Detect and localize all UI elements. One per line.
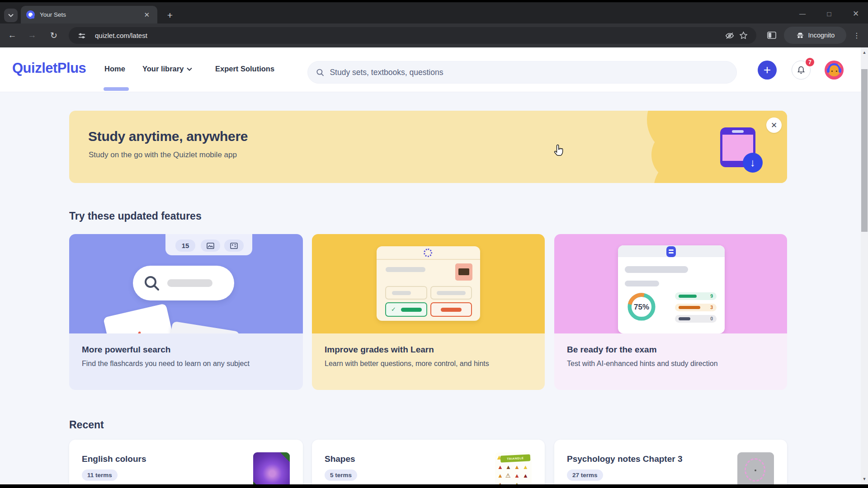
feature-description: Find the flashcards you need to learn on… (82, 360, 290, 368)
score-donut-chart: 75% (626, 291, 657, 322)
recent-set-card[interactable]: Shapes 5 terms ▲ TRIANGLE ▲ ▲ ▲ ▲ ▲ ⚠ ▲ … (312, 440, 545, 485)
feature-title: Improve grades with Learn (325, 345, 532, 355)
feature-card-search[interactable]: 15 More powerful sear (69, 234, 303, 390)
set-thumbnail (737, 452, 774, 485)
feature-description: Test with AI-enhanced hints and study di… (567, 360, 774, 368)
document-icon (666, 246, 676, 257)
incognito-label: Incognito (808, 32, 835, 39)
nav-home-label: Home (104, 65, 125, 73)
create-button[interactable]: + (758, 61, 777, 80)
quizlet-logo[interactable]: QuizletPlus (12, 60, 86, 76)
tab-search-button[interactable] (4, 9, 18, 22)
triangle-glyph: ▲ (523, 464, 528, 470)
search-icon (143, 274, 161, 292)
bell-icon (796, 65, 806, 75)
banner-subtitle: Study on the go with the Quizlet mobile … (89, 150, 237, 160)
chart-banner: TRIANGLE (500, 454, 531, 462)
phone-download-illustration: ↓ (720, 127, 755, 167)
bookmark-star-icon[interactable] (736, 29, 750, 42)
incognito-icon (796, 31, 805, 40)
tab-strip: Your Sets ✕ + — □ ✕ (0, 0, 868, 23)
download-arrow-icon: ↓ (743, 153, 763, 173)
test-report-illustration: 75% 9 3 0 (554, 234, 787, 333)
page-scrollbar[interactable]: ▲ ▼ (861, 47, 868, 485)
flashcard-filter-chip (224, 239, 244, 252)
set-thumbnail (253, 452, 290, 485)
nav-your-library[interactable]: Your library (142, 65, 192, 73)
feature-card-text: Be ready for the exam Test with AI-enhan… (554, 333, 787, 390)
search-input[interactable] (329, 67, 728, 78)
chevron-down-icon (187, 67, 192, 71)
forward-button[interactable]: → (24, 28, 40, 43)
stat-bar (679, 317, 690, 320)
wrong-answer-button (430, 302, 472, 317)
feature-card-learn[interactable]: ✓ Improve grades with Learn Learn with b… (312, 234, 545, 390)
minimize-button[interactable]: — (796, 8, 809, 19)
feature-card-text: More powerful search Find the flashcards… (69, 333, 303, 390)
new-tab-button[interactable]: + (164, 9, 176, 22)
maximize-button[interactable]: □ (822, 8, 836, 19)
scrollbar-thumb[interactable] (861, 69, 868, 232)
nav-expert-solutions[interactable]: Expert Solutions (215, 65, 274, 73)
side-panel-button[interactable] (764, 28, 779, 43)
camera-image-thumb (455, 263, 472, 281)
mobile-app-banner: Study anytime, anywhere Study on the go … (69, 111, 787, 183)
scroll-up-icon[interactable]: ▲ (861, 50, 868, 55)
close-window-button[interactable]: ✕ (849, 8, 863, 19)
address-bar[interactable]: quizlet.com/latest (69, 27, 756, 44)
placeholder-bar (167, 279, 212, 287)
triangle-glyph: ▲ (523, 473, 528, 479)
progress-ring-icon (424, 249, 432, 257)
menu-dots-button[interactable]: ⋮ (849, 28, 864, 43)
recent-set-card[interactable]: English colours 11 terms (69, 440, 303, 485)
close-icon: ✕ (771, 121, 777, 130)
search-demo-illustration: 15 (69, 234, 303, 333)
search-icon (316, 68, 324, 77)
quiz-panel-header (377, 246, 480, 260)
scroll-down-icon[interactable]: ▼ (861, 477, 868, 481)
password-hidden-icon[interactable] (723, 29, 736, 42)
nav-expert-solutions-label: Expert Solutions (215, 65, 274, 73)
browser-tab[interactable]: Your Sets ✕ (21, 6, 157, 23)
feature-card-text: Improve grades with Learn Learn with bet… (312, 333, 545, 390)
recent-set-card[interactable]: Psychology notes Chapter 3 27 terms (554, 440, 787, 485)
answer-option-box (385, 286, 427, 300)
triangle-glyph: ▲ (497, 473, 503, 479)
search-bar[interactable] (307, 61, 737, 84)
nav-home[interactable]: Home (104, 65, 125, 73)
plus-icon: + (764, 63, 771, 77)
headphone-pad (839, 68, 841, 73)
set-title: English colours (82, 454, 146, 464)
reload-button[interactable]: ↻ (46, 28, 61, 43)
screenshot-bottom-edge (0, 484, 868, 488)
url-text: quizlet.com/latest (95, 32, 723, 39)
avatar-detail (836, 70, 837, 72)
answer-option-box (430, 286, 472, 300)
camera-icon (458, 268, 469, 275)
stat-value: 0 (710, 316, 713, 321)
site-settings-icon[interactable] (75, 29, 89, 42)
account-avatar[interactable] (825, 61, 844, 80)
tab-close-icon[interactable]: ✕ (142, 10, 152, 20)
stat-bar (679, 295, 697, 298)
recent-heading: Recent (69, 419, 104, 431)
set-thumbnail: ▲ TRIANGLE ▲ ▲ ▲ ▲ ▲ ⚠ ▲ ▲ ▲ ▲ (495, 452, 532, 485)
feature-description: Learn with better questions, more contro… (325, 360, 532, 368)
image-filter-chip (201, 239, 220, 252)
learn-quiz-illustration: ✓ (312, 234, 545, 333)
score-label: 75% (626, 303, 657, 312)
flashcard-icon (230, 243, 238, 249)
shapes-chart-image: ▲ TRIANGLE ▲ ▲ ▲ ▲ ▲ ⚠ ▲ ▲ ▲ ▲ (495, 452, 532, 485)
gray-dashed-circle-image (737, 452, 774, 485)
back-button[interactable]: ← (5, 28, 20, 43)
term-count-badge: 11 terms (82, 469, 118, 481)
triangle-glyph: ▲ (514, 473, 520, 479)
cursor-pointer-icon (552, 144, 565, 157)
tab-title: Your Sets (40, 11, 142, 18)
warning-triangle-glyph: ⚠ (505, 473, 511, 479)
banner-close-button[interactable]: ✕ (766, 117, 782, 133)
feature-card-test[interactable]: 75% 9 3 0 Be read (554, 234, 787, 390)
site-header: QuizletPlus Home Your library Expert Sol… (0, 47, 868, 92)
stat-value: 3 (710, 305, 713, 310)
placeholder-bar (392, 291, 411, 295)
